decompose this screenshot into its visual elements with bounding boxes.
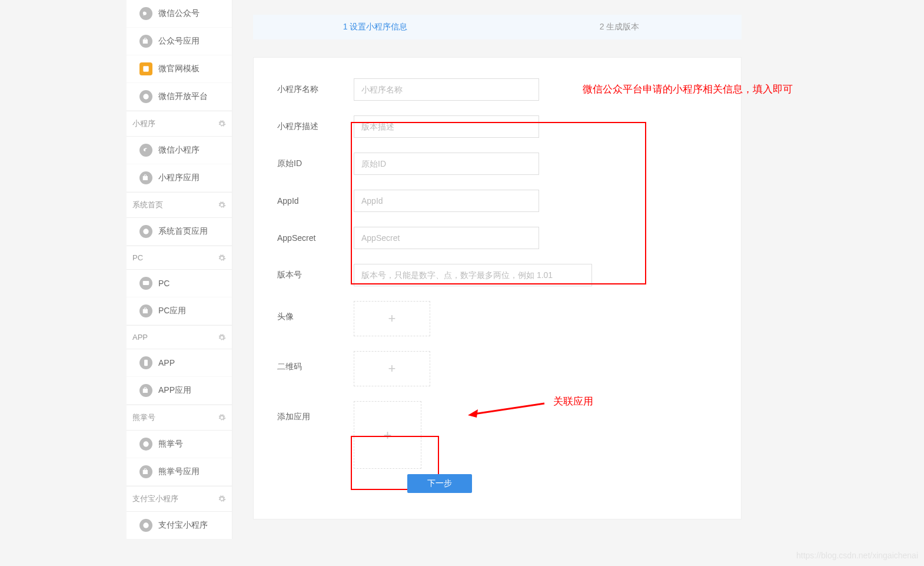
sidebar-item-label: APP应用 (158, 385, 191, 396)
label-oid: 原始ID (277, 158, 354, 169)
annotation-text-1: 微信公众平台申请的小程序相关信息，填入即可 (583, 82, 793, 96)
svg-rect-4 (144, 360, 148, 366)
svg-point-5 (143, 441, 148, 446)
annotation-text-2: 关联应用 (553, 395, 593, 408)
sidebar-item-template[interactable]: 微官网模板 (127, 55, 232, 83)
label-secret: AppSecret (277, 233, 354, 243)
plus-icon: + (388, 311, 396, 326)
sidebar-group-miniprogram[interactable]: 小程序 (127, 111, 232, 137)
input-appid[interactable] (354, 190, 539, 212)
sidebar-item-label: APP (158, 358, 175, 368)
input-oid[interactable] (354, 153, 539, 175)
plus-icon: + (383, 427, 391, 443)
sidebar-item-wechat-official[interactable]: 微信公众号 (127, 0, 232, 28)
sidebar-group-xiongzhang[interactable]: 熊掌号 (127, 405, 232, 431)
sidebar-item-app-app[interactable]: APP应用 (127, 377, 232, 405)
sidebar-item-xiongzhang[interactable]: 熊掌号 (127, 431, 232, 458)
sidebar-item-label: 微官网模板 (158, 64, 200, 74)
sidebar-item-label: 微信公众号 (158, 8, 200, 19)
input-version[interactable] (354, 264, 592, 286)
sidebar-item-miniprogram-app[interactable]: 小程序应用 (127, 164, 232, 192)
wx-mini-icon (139, 144, 152, 157)
svg-line-7 (474, 403, 544, 414)
sidebar-item-label: 系统首页应用 (158, 226, 208, 237)
sidebar-item-open-platform[interactable]: 微信开放平台 (127, 83, 232, 111)
bag-icon (139, 304, 152, 317)
label-desc: 小程序描述 (277, 121, 354, 132)
svg-point-2 (143, 229, 148, 234)
bag-icon (139, 465, 152, 478)
gear-icon[interactable] (218, 413, 226, 422)
sidebar-group-home[interactable]: 系统首页 (127, 192, 232, 218)
sidebar-item-label: PC (158, 279, 169, 288)
sidebar-item-pc-app[interactable]: PC应用 (127, 297, 232, 325)
sidebar-item-label: 熊掌号 (158, 439, 183, 449)
sidebar-item-label: 微信开放平台 (158, 91, 208, 102)
sidebar-item-xiongzhang-app[interactable]: 熊掌号应用 (127, 458, 232, 486)
label-appid: AppId (277, 196, 354, 206)
sidebar-item-label: 小程序应用 (158, 173, 200, 183)
home-icon (139, 225, 152, 238)
sidebar-item-label: 熊掌号应用 (158, 466, 200, 477)
plus-icon: + (388, 361, 396, 376)
watermark: https://blog.csdn.net/xingaichenai (796, 551, 918, 560)
sidebar-item-label: 公众号应用 (158, 36, 200, 47)
upload-qr[interactable]: + (354, 351, 430, 386)
gear-icon[interactable] (218, 201, 226, 209)
input-secret[interactable] (354, 227, 539, 249)
gear-icon[interactable] (218, 120, 226, 128)
paw-icon (139, 438, 152, 451)
svg-marker-8 (468, 409, 478, 418)
label-name: 小程序名称 (277, 84, 354, 95)
input-name[interactable] (354, 78, 539, 101)
svg-rect-0 (143, 66, 148, 71)
bag-icon (139, 384, 152, 397)
gear-icon[interactable] (218, 254, 226, 262)
label-avatar: 头像 (277, 301, 354, 322)
label-add-app: 添加应用 (277, 401, 354, 422)
bag-icon (139, 35, 152, 48)
input-desc[interactable] (354, 115, 539, 138)
sidebar-item-wx-miniprogram[interactable]: 微信小程序 (127, 137, 232, 164)
platform-icon (139, 90, 152, 103)
add-app-box[interactable]: + (354, 401, 421, 469)
sidebar-group-app[interactable]: APP (127, 325, 232, 349)
phone-icon (139, 356, 152, 369)
sidebar: 微信公众号 公众号应用 微官网模板 微信开放平台 小程序 微信小程序 小程序应用… (127, 0, 232, 539)
sidebar-item-label: 支付宝小程序 (158, 520, 208, 531)
upload-avatar[interactable]: + (354, 301, 430, 336)
svg-rect-3 (143, 281, 149, 285)
main-content: 1 设置小程序信息 2 生成版本 小程序名称 小程序描述 原始ID AppId … (253, 0, 742, 519)
next-button[interactable]: 下一步 (407, 474, 472, 493)
bag-icon (139, 171, 152, 184)
sidebar-item-alipay-mini[interactable]: 支付宝小程序 (127, 512, 232, 539)
sidebar-group-alipay[interactable]: 支付宝小程序 (127, 486, 232, 512)
form-panel: 小程序名称 小程序描述 原始ID AppId AppSecret 版本号 (253, 57, 742, 519)
sidebar-item-official-app[interactable]: 公众号应用 (127, 28, 232, 55)
template-icon (139, 62, 152, 75)
label-qr: 二维码 (277, 351, 354, 372)
sidebar-item-label: 微信小程序 (158, 145, 200, 155)
arrow-icon (465, 398, 547, 421)
gear-icon[interactable] (218, 495, 226, 503)
alipay-icon (139, 519, 152, 532)
sidebar-item-app[interactable]: APP (127, 349, 232, 377)
sidebar-item-label: PC应用 (158, 306, 186, 316)
sidebar-item-home-app[interactable]: 系统首页应用 (127, 218, 232, 246)
step-bar: 1 设置小程序信息 2 生成版本 (253, 15, 742, 39)
label-version: 版本号 (277, 270, 354, 280)
step-2[interactable]: 2 生成版本 (497, 15, 742, 39)
monitor-icon (139, 277, 152, 290)
step-1[interactable]: 1 设置小程序信息 (253, 15, 497, 39)
wechat-icon (139, 7, 152, 20)
sidebar-item-pc[interactable]: PC (127, 270, 232, 297)
svg-point-1 (143, 94, 148, 99)
sidebar-group-pc[interactable]: PC (127, 246, 232, 270)
gear-icon[interactable] (218, 333, 226, 342)
svg-point-6 (143, 522, 148, 528)
